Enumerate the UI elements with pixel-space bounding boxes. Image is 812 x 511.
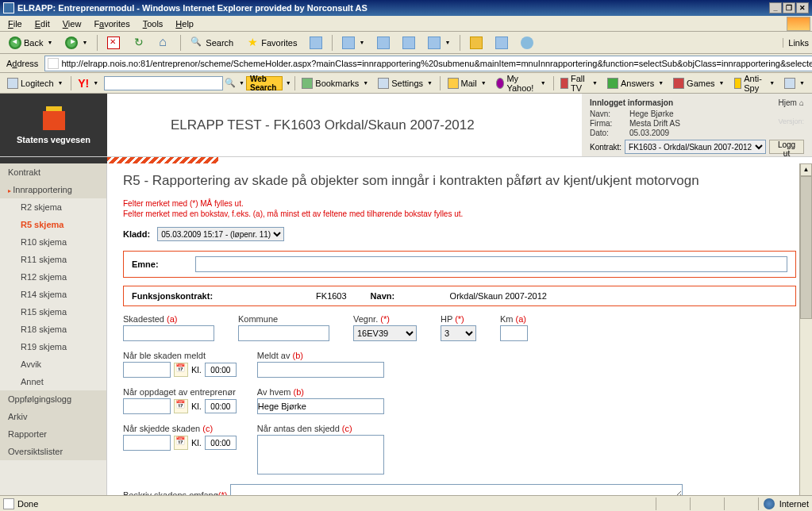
nar-meldt-date[interactable] bbox=[123, 362, 171, 378]
links-label[interactable]: Links bbox=[783, 38, 809, 48]
folder-button[interactable] bbox=[464, 34, 488, 52]
user-info-box: Hjem⌂ Innlogget informasjon Navn:Hege Bj… bbox=[582, 94, 812, 156]
menu-edit[interactable]: Edit bbox=[29, 17, 56, 30]
meldt-av-input[interactable] bbox=[257, 362, 384, 378]
calendar-icon[interactable] bbox=[174, 399, 188, 413]
games-button[interactable]: Games▼ bbox=[669, 75, 728, 91]
edit-button[interactable] bbox=[397, 34, 421, 52]
window-titlebar: ELRAPP: Entreprenørmodul - Windows Inter… bbox=[0, 0, 812, 16]
back-button[interactable]: Back ▼ bbox=[3, 34, 58, 52]
sidebar-item-arkiv[interactable]: Arkiv bbox=[0, 408, 106, 425]
print-icon bbox=[377, 36, 390, 49]
vegnr-select[interactable]: 16EV39 bbox=[353, 325, 417, 341]
menu-tools[interactable]: Tools bbox=[137, 17, 170, 30]
history-button[interactable] bbox=[304, 34, 328, 52]
home-button[interactable] bbox=[152, 34, 176, 52]
search-button[interactable]: Search bbox=[185, 34, 239, 52]
mail-button[interactable]: ▼ bbox=[337, 34, 370, 52]
page-icon bbox=[3, 498, 14, 509]
pencil-icon bbox=[784, 78, 795, 89]
sidebar-item-kontrakt[interactable]: Kontrakt bbox=[0, 163, 106, 181]
yahoo-icon bbox=[496, 78, 505, 89]
nar-antas-textarea[interactable] bbox=[257, 435, 384, 474]
print-button[interactable] bbox=[371, 34, 395, 52]
sidebar-item-r19-skjema[interactable]: R19 skjema bbox=[0, 338, 106, 355]
sidebar-item-r10-skjema[interactable]: R10 skjema bbox=[0, 233, 106, 251]
sidebar-item-avvik[interactable]: Avvik bbox=[0, 355, 106, 373]
sidebar-item-oppfølgingslogg[interactable]: Oppfølgingslogg bbox=[0, 390, 106, 408]
refresh-icon: ↻ bbox=[133, 36, 145, 49]
hjem-link[interactable]: Hjem⌂ bbox=[779, 98, 804, 107]
falltv-button[interactable]: Fall TV▼ bbox=[556, 75, 602, 91]
tool-button-1[interactable] bbox=[490, 34, 514, 52]
nar-oppdaget-time[interactable] bbox=[205, 399, 237, 413]
sidebar-item-r15-skjema[interactable]: R15 skjema bbox=[0, 303, 106, 321]
calendar-icon[interactable] bbox=[174, 363, 188, 377]
sidebar-item-r5-skjema[interactable]: R5 skjema bbox=[0, 216, 106, 233]
loggut-button[interactable]: Logg ut bbox=[769, 140, 804, 154]
scroll-thumb[interactable] bbox=[800, 176, 812, 319]
scroll-up-button[interactable]: ▲ bbox=[800, 163, 812, 176]
menu-view[interactable]: View bbox=[56, 17, 88, 30]
menu-file[interactable]: File bbox=[2, 17, 29, 30]
restore-button[interactable]: ❐ bbox=[783, 2, 795, 13]
menu-help[interactable]: Help bbox=[169, 17, 200, 30]
web-search-button[interactable]: Web Search bbox=[246, 76, 283, 90]
sidebar-item-r14-skjema[interactable]: R14 skjema bbox=[0, 286, 106, 303]
hp-select[interactable]: 3 bbox=[441, 325, 476, 341]
nar-oppdaget-date[interactable] bbox=[123, 398, 171, 414]
myyahoo-button[interactable]: My Yahoo!▼ bbox=[492, 75, 550, 91]
toolbar-options[interactable]: ▼ bbox=[780, 75, 809, 91]
sidebar-item-rapporter[interactable]: Rapporter bbox=[0, 425, 106, 443]
address-input[interactable]: http://elrapp.nois.no:81/entreprenor/sch… bbox=[44, 56, 812, 71]
favorites-button[interactable]: ★ Favorites bbox=[241, 34, 302, 52]
sidebar-item-oversiktslister[interactable]: Oversiktslister bbox=[0, 443, 106, 460]
settings-button[interactable]: Settings▼ bbox=[374, 75, 437, 91]
back-icon bbox=[9, 36, 21, 49]
mail-button[interactable]: Mail▼ bbox=[444, 75, 491, 91]
sidebar-item-r18-skjema[interactable]: R18 skjema bbox=[0, 321, 106, 338]
home-icon: ⌂ bbox=[799, 98, 804, 107]
close-button[interactable]: ✕ bbox=[796, 2, 809, 13]
logitech-icon bbox=[7, 78, 18, 89]
kladd-select[interactable]: 05.03.2009 15:17 - (løpenr. 11) bbox=[157, 227, 284, 241]
sidebar-item-r2-skjema[interactable]: R2 skjema bbox=[0, 198, 106, 216]
generic-icon bbox=[495, 36, 508, 49]
forward-button[interactable]: ▼ bbox=[60, 34, 93, 52]
messenger-button[interactable] bbox=[515, 34, 539, 52]
nar-meldt-time[interactable] bbox=[205, 363, 237, 377]
minimize-button[interactable]: _ bbox=[769, 2, 782, 13]
logitech-button[interactable]: Logitech▼ bbox=[3, 75, 67, 91]
refresh-button[interactable]: ↻ bbox=[127, 34, 151, 52]
answers-icon bbox=[607, 78, 618, 89]
stop-button[interactable] bbox=[102, 34, 125, 52]
kommune-input[interactable] bbox=[238, 325, 329, 341]
nar-skjedde-time[interactable] bbox=[205, 436, 237, 450]
av-hvem-input[interactable] bbox=[257, 398, 384, 414]
km-input[interactable] bbox=[500, 325, 528, 341]
tv-icon bbox=[560, 78, 568, 89]
answers-button[interactable]: Answers▼ bbox=[603, 75, 668, 91]
vertical-scrollbar[interactable]: ▲ ▼ bbox=[799, 163, 812, 511]
yahoo-search-input[interactable] bbox=[104, 76, 223, 90]
sidebar-item-annet[interactable]: Annet bbox=[0, 373, 106, 390]
emne-input[interactable] bbox=[195, 256, 787, 272]
antispy-button[interactable]: Anti-Spy▼ bbox=[730, 75, 779, 91]
skadested-input[interactable] bbox=[123, 325, 214, 341]
calendar-icon[interactable] bbox=[174, 436, 188, 450]
page-title: R5 - Rapportering av skade på objekter s… bbox=[123, 173, 796, 189]
discuss-button[interactable]: ▼ bbox=[422, 34, 456, 52]
kontrakt-select[interactable]: FK1603 - Orkdal/Skaun 2007-2012 bbox=[625, 140, 766, 154]
menu-favorites[interactable]: Favorites bbox=[87, 17, 136, 30]
ie-icon bbox=[3, 2, 14, 13]
sidebar-item-r11-skjema[interactable]: R11 skjema bbox=[0, 251, 106, 268]
history-icon bbox=[310, 36, 322, 49]
bookmarks-button[interactable]: Bookmarks▼ bbox=[298, 75, 372, 91]
emne-label: Emne: bbox=[132, 259, 187, 269]
forward-icon bbox=[65, 36, 78, 49]
internet-zone-icon bbox=[764, 498, 775, 509]
yahoo-logo[interactable]: Y!▼ bbox=[74, 75, 102, 91]
sidebar-item-innrapportering[interactable]: Innrapportering bbox=[0, 181, 106, 198]
nar-skjedde-date[interactable] bbox=[123, 435, 171, 451]
sidebar-item-r12-skjema[interactable]: R12 skjema bbox=[0, 268, 106, 286]
